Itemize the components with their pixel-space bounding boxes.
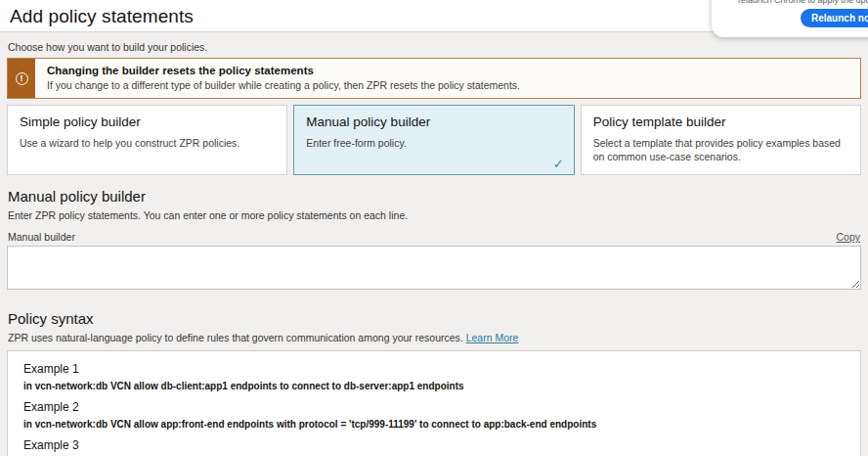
example-statement: in vcn-network:db VCN allow app:front-en… — [23, 419, 845, 430]
learn-more-link[interactable]: Learn More — [466, 332, 519, 343]
relaunch-message: relaunch Chrome to apply the update — [738, 0, 868, 5]
builder-card-simple[interactable]: Simple policy builder Use a wizard to he… — [7, 105, 287, 175]
examples-box: Example 1 in vcn-network:db VCN allow db… — [7, 350, 861, 456]
check-icon: ✓ — [553, 157, 564, 171]
example-label: Example 2 — [23, 400, 845, 414]
relaunch-now-button[interactable]: Relaunch now — [801, 9, 868, 27]
manual-builder-label: Manual builder — [8, 231, 75, 243]
warning-title: Changing the builder resets the policy s… — [47, 65, 520, 76]
copy-link[interactable]: Copy — [836, 231, 860, 243]
warning-body: If you change to a different type of bui… — [47, 79, 520, 91]
manual-section-desc: Enter ZPR policy statements. You can ent… — [8, 209, 860, 221]
warning-accent-strip: ! — [8, 59, 35, 98]
manual-builder-label-row: Manual builder Copy — [8, 231, 860, 243]
manual-section-title: Manual policy builder — [8, 188, 860, 205]
syntax-section-title: Policy syntax — [8, 310, 860, 327]
syntax-section-desc: ZPR uses natural-language policy to defi… — [8, 332, 860, 343]
intro-text: Choose how you want to build your polici… — [8, 41, 860, 53]
example-label: Example 3 — [23, 438, 845, 452]
exclamation-circle-icon: ! — [16, 72, 28, 85]
card-title: Policy template builder — [593, 114, 848, 129]
card-desc: Select a template that provides policy e… — [593, 136, 848, 163]
example-statement: in vcn-network:db VCN allow db-client:ap… — [23, 381, 845, 391]
warning-banner: ! Changing the builder resets the policy… — [7, 58, 861, 99]
builder-cards-row: Simple policy builder Use a wizard to he… — [7, 105, 861, 175]
syntax-desc-text: ZPR uses natural-language policy to defi… — [8, 332, 463, 343]
card-desc: Enter free-form policy. — [306, 136, 561, 150]
relaunch-popup: relaunch Chrome to apply the update Rela… — [712, 0, 868, 37]
manual-builder-textarea[interactable] — [7, 246, 861, 290]
card-desc: Use a wizard to help you construct ZPR p… — [20, 136, 275, 150]
builder-card-manual[interactable]: Manual policy builder Enter free-form po… — [293, 105, 574, 175]
warning-content: Changing the builder resets the policy s… — [35, 59, 532, 98]
example-label: Example 1 — [23, 362, 845, 376]
card-title: Manual policy builder — [306, 114, 561, 129]
card-title: Simple policy builder — [20, 114, 275, 129]
builder-card-template[interactable]: Policy template builder Select a templat… — [581, 105, 861, 175]
